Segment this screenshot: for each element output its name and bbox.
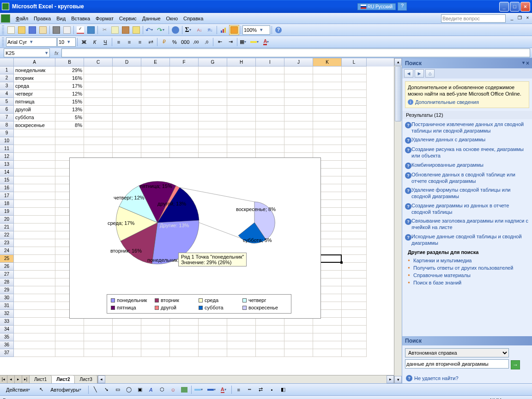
cell[interactable] xyxy=(342,326,367,333)
cell[interactable] xyxy=(55,145,84,153)
row-header-25[interactable]: 25 xyxy=(0,255,14,263)
cell[interactable] xyxy=(14,176,55,184)
result-link[interactable]: Удаление формулы сводной таблицы или сво… xyxy=(411,187,529,200)
row-header-8[interactable]: 8 xyxy=(0,121,14,129)
cell[interactable] xyxy=(284,106,313,114)
line-button[interactable]: ╲ xyxy=(91,385,101,395)
autoshapes-button[interactable]: Автофигуры ▾ xyxy=(47,385,86,395)
cell[interactable] xyxy=(84,90,113,98)
cell[interactable] xyxy=(313,121,342,129)
row-header-11[interactable]: 11 xyxy=(0,145,14,153)
cell[interactable] xyxy=(170,333,199,341)
cell[interactable] xyxy=(113,318,141,326)
cell[interactable] xyxy=(14,278,55,286)
diagram-button[interactable]: ⬡ xyxy=(157,385,167,395)
cell[interactable]: 15% xyxy=(55,98,84,106)
sheet-tab-3[interactable]: Лист3 xyxy=(75,375,97,383)
cell[interactable]: 12% xyxy=(55,90,84,98)
cell[interactable] xyxy=(141,121,170,129)
cell[interactable] xyxy=(170,318,199,326)
spellcheck-button[interactable]: ✓ xyxy=(75,25,85,35)
help-icon[interactable]: ? xyxy=(398,2,407,11)
cell[interactable] xyxy=(141,90,170,98)
info-link[interactable]: iДополнительные сведения xyxy=(408,99,526,105)
cell[interactable] xyxy=(14,341,55,349)
wordart-button[interactable]: A xyxy=(146,385,156,395)
cant-find-link[interactable]: Не удается найти? xyxy=(414,375,459,381)
search-source-select[interactable]: Автономная справка xyxy=(405,348,509,357)
cell[interactable] xyxy=(141,145,170,153)
merge-center-button[interactable]: ⮂ xyxy=(145,37,156,47)
cell[interactable] xyxy=(313,145,342,153)
cell[interactable] xyxy=(14,208,55,216)
menu-file[interactable]: Файл xyxy=(13,15,31,22)
borders-button[interactable]: ▦▾ xyxy=(239,37,249,47)
row-header-16[interactable]: 16 xyxy=(0,184,14,192)
row-header-9[interactable]: 9 xyxy=(0,129,14,137)
col-header-G[interactable]: G xyxy=(199,58,227,66)
cell[interactable] xyxy=(113,137,141,145)
cell[interactable]: суббота xyxy=(14,114,55,121)
percent-button[interactable]: % xyxy=(169,37,180,47)
cell[interactable] xyxy=(14,137,55,145)
autosum-button[interactable]: Σ▾ xyxy=(184,25,194,35)
cell[interactable] xyxy=(313,318,342,326)
horizontal-scrollbar[interactable]: ◂ ▸ xyxy=(97,375,394,383)
row-header-37[interactable]: 37 xyxy=(0,349,14,357)
cell[interactable] xyxy=(199,114,227,121)
cell[interactable] xyxy=(313,129,342,137)
row-header-3[interactable]: 3 xyxy=(0,82,14,90)
font-combo[interactable]: Arial Cyr▾ xyxy=(6,37,57,47)
currency-button[interactable]: ₽ xyxy=(159,37,169,47)
fx-icon[interactable]: fx xyxy=(54,50,59,56)
shadow-button[interactable]: ▪ xyxy=(267,385,277,395)
cell[interactable] xyxy=(14,224,55,231)
cell[interactable] xyxy=(14,216,55,224)
cell[interactable] xyxy=(342,145,367,153)
cell[interactable] xyxy=(170,341,199,349)
row-header-17[interactable]: 17 xyxy=(0,192,14,200)
arrow-style-button[interactable]: ⇄ xyxy=(256,385,266,395)
cell[interactable] xyxy=(284,145,313,153)
menu-insert[interactable]: Вставка xyxy=(68,15,93,22)
row-header-27[interactable]: 27 xyxy=(0,271,14,278)
tab-nav-prev[interactable]: ◂ xyxy=(7,375,15,383)
cell[interactable] xyxy=(342,90,367,98)
cell[interactable] xyxy=(14,231,55,239)
cell[interactable] xyxy=(227,326,256,333)
cell[interactable]: вторник xyxy=(14,74,55,82)
result-link[interactable]: Создание рисунка на основе ячеек, диагра… xyxy=(411,146,529,159)
cell[interactable] xyxy=(313,82,342,90)
close-button[interactable]: × xyxy=(520,2,530,12)
col-header-D[interactable]: D xyxy=(113,58,141,66)
cell[interactable] xyxy=(141,333,170,341)
cell[interactable] xyxy=(256,74,284,82)
cell[interactable] xyxy=(313,349,342,357)
cell[interactable] xyxy=(14,153,55,161)
menu-edit[interactable]: Правка xyxy=(31,15,54,22)
cell[interactable] xyxy=(227,137,256,145)
font-color-button[interactable]: А▾ xyxy=(262,37,272,47)
cell[interactable] xyxy=(342,74,367,82)
cell[interactable]: 17% xyxy=(55,82,84,90)
cell[interactable] xyxy=(170,90,199,98)
cell[interactable] xyxy=(342,106,367,114)
row-header-31[interactable]: 31 xyxy=(0,302,14,310)
tab-nav-next[interactable]: ▸ xyxy=(15,375,22,383)
cell[interactable] xyxy=(14,239,55,247)
result-link[interactable]: Создание диаграммы из данных в отчете св… xyxy=(411,203,529,216)
cell[interactable] xyxy=(342,278,367,286)
cell[interactable] xyxy=(113,106,141,114)
cell[interactable] xyxy=(14,161,55,169)
row-header-28[interactable]: 28 xyxy=(0,278,14,286)
redo-button[interactable]: ↷▾ xyxy=(156,25,167,35)
cell[interactable] xyxy=(256,106,284,114)
cell[interactable] xyxy=(199,129,227,137)
row-header-15[interactable]: 15 xyxy=(0,176,14,184)
other-link[interactable]: Картинки и мультимедиа xyxy=(413,258,472,263)
cell[interactable]: 13% xyxy=(55,106,84,114)
cell[interactable] xyxy=(84,121,113,129)
col-header-C[interactable]: C xyxy=(84,58,113,66)
cell[interactable] xyxy=(342,137,367,145)
cell[interactable] xyxy=(113,74,141,82)
